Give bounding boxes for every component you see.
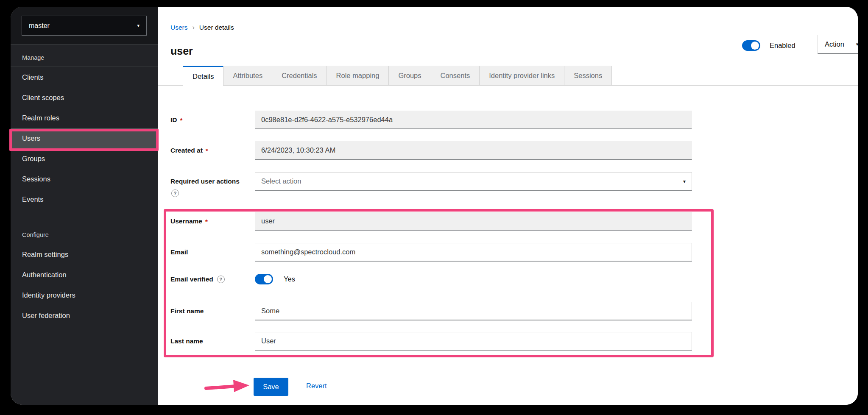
required-actions-placeholder: Select action xyxy=(261,177,301,185)
tab-attributes[interactable]: Attributes xyxy=(223,66,272,85)
sidebar-item-events[interactable]: Events xyxy=(11,189,158,209)
id-field xyxy=(255,111,692,129)
id-label: ID xyxy=(170,116,177,124)
breadcrumb-current: User details xyxy=(199,24,234,31)
screenshot-frame: master ▾ Manage Clients Client scopes Re… xyxy=(0,0,868,415)
email-verified-help-icon[interactable]: ? xyxy=(217,276,225,283)
sidebar: master ▾ Manage Clients Client scopes Re… xyxy=(11,7,158,405)
enabled-toggle[interactable] xyxy=(742,40,760,51)
tab-groups[interactable]: Groups xyxy=(389,66,431,85)
first-name-label: First name xyxy=(170,307,204,315)
sidebar-item-groups[interactable]: Groups xyxy=(11,148,158,169)
revert-link[interactable]: Revert xyxy=(306,382,327,390)
tab-consents[interactable]: Consents xyxy=(431,66,480,85)
email-verified-state: Yes xyxy=(284,275,295,283)
first-name-field[interactable] xyxy=(255,302,692,320)
main-content: Users › User details user Enabled Action… xyxy=(158,7,858,405)
last-name-label: Last name xyxy=(170,337,203,345)
field-row-id: ID* xyxy=(158,111,858,129)
tab-credentials[interactable]: Credentials xyxy=(272,66,327,85)
chevron-down-icon: ▾ xyxy=(137,23,140,28)
sidebar-item-user-federation[interactable]: User federation xyxy=(11,305,158,326)
required-actions-help-icon[interactable]: ? xyxy=(171,189,179,197)
sidebar-item-realm-roles[interactable]: Realm roles xyxy=(11,108,158,128)
action-dropdown[interactable]: Action ▾ xyxy=(818,35,858,54)
save-button[interactable]: Save xyxy=(254,378,288,396)
realm-selector-value: master xyxy=(29,22,50,30)
sidebar-item-realm-settings[interactable]: Realm settings xyxy=(11,244,158,265)
enabled-label: Enabled xyxy=(770,42,795,50)
field-row-first-name: First name xyxy=(158,302,858,320)
username-field xyxy=(255,212,692,231)
sidebar-item-users[interactable]: Users xyxy=(11,128,158,148)
sidebar-item-clients[interactable]: Clients xyxy=(11,67,158,87)
tab-sessions[interactable]: Sessions xyxy=(564,66,612,85)
sidebar-item-sessions[interactable]: Sessions xyxy=(11,169,158,189)
toggle-knob xyxy=(264,275,272,283)
required-marker: * xyxy=(180,117,183,124)
required-actions-label: Required user actions xyxy=(170,178,240,185)
tab-identity-provider-links[interactable]: Identity provider links xyxy=(480,66,564,85)
email-label: Email xyxy=(170,248,188,256)
created-at-label: Created at xyxy=(170,147,203,154)
breadcrumb-separator-icon: › xyxy=(192,24,194,31)
field-row-email: Email xyxy=(158,243,858,262)
email-verified-toggle[interactable] xyxy=(255,274,273,284)
tab-details[interactable]: Details xyxy=(183,66,223,86)
field-row-username: Username* xyxy=(158,212,858,231)
page-title: user xyxy=(170,45,193,57)
last-name-field[interactable] xyxy=(255,332,692,351)
sidebar-heading-manage: Manage xyxy=(11,45,158,67)
chevron-down-icon: ▾ xyxy=(856,42,858,47)
tab-role-mapping[interactable]: Role mapping xyxy=(327,66,389,85)
created-at-field xyxy=(255,141,692,160)
breadcrumb: Users › User details xyxy=(170,24,234,31)
field-row-created-at: Created at* xyxy=(158,141,858,160)
sidebar-item-authentication[interactable]: Authentication xyxy=(11,265,158,285)
field-row-required-actions: Required user actions Select action ▾ xyxy=(158,172,858,191)
realm-selector[interactable]: master ▾ xyxy=(22,16,147,36)
username-label: Username xyxy=(170,217,202,225)
email-verified-label: Email verified xyxy=(170,276,213,283)
sidebar-item-identity-providers[interactable]: Identity providers xyxy=(11,285,158,305)
sidebar-heading-configure: Configure xyxy=(11,209,158,244)
toggle-knob xyxy=(751,42,759,50)
chevron-down-icon: ▾ xyxy=(683,178,686,184)
breadcrumb-users-link[interactable]: Users xyxy=(170,24,187,31)
action-dropdown-label: Action xyxy=(825,40,844,48)
email-field[interactable] xyxy=(255,243,692,262)
tab-bar: Details Attributes Credentials Role mapp… xyxy=(183,66,612,86)
required-marker: * xyxy=(206,147,208,154)
required-marker: * xyxy=(205,218,208,225)
app-window: master ▾ Manage Clients Client scopes Re… xyxy=(11,7,858,405)
realm-selector-area: master ▾ xyxy=(11,7,158,45)
field-row-last-name: Last name xyxy=(158,332,858,351)
required-actions-select[interactable]: Select action ▾ xyxy=(255,172,692,191)
sidebar-nav: Manage Clients Client scopes Realm roles… xyxy=(11,45,158,405)
sidebar-item-client-scopes[interactable]: Client scopes xyxy=(11,87,158,108)
